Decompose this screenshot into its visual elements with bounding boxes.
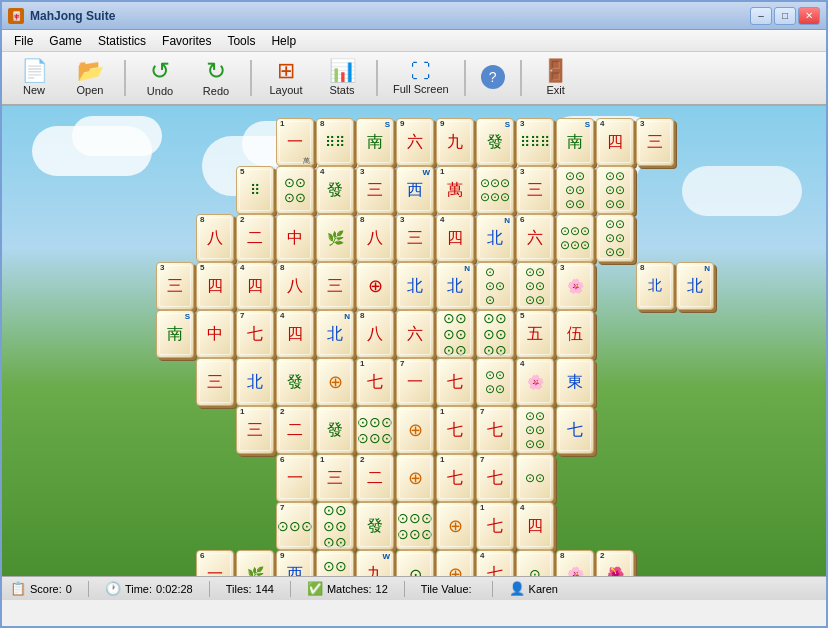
tile[interactable]: ⊙ (396, 550, 434, 576)
menu-file[interactable]: File (6, 32, 41, 50)
tile[interactable]: 5五 (516, 310, 554, 358)
undo-button[interactable]: ↺ Undo (134, 56, 186, 100)
tile[interactable]: 東 (556, 358, 594, 406)
tile[interactable]: 6一 (276, 454, 314, 502)
tile[interactable]: S南 (556, 118, 594, 166)
minimize-button[interactable]: – (750, 7, 772, 25)
tile[interactable]: 三 (316, 262, 354, 310)
tile[interactable]: 2二 (276, 406, 314, 454)
tile[interactable]: ⊙⊙⊙⊙⊙⊙ (596, 166, 634, 214)
tile[interactable]: 8八 (356, 214, 394, 262)
tile[interactable]: 8🌸 (556, 550, 594, 576)
tile[interactable]: 1一萬 (276, 118, 314, 166)
tile[interactable]: 8北 (636, 262, 674, 310)
menu-tools[interactable]: Tools (219, 32, 263, 50)
tile[interactable]: ⊙⊙⊙⊙ (476, 262, 514, 310)
tile[interactable]: ⊕ (396, 406, 434, 454)
tile[interactable]: 1七 (476, 502, 514, 550)
tile[interactable]: 🌿 (236, 550, 274, 576)
tile[interactable]: 1三 (236, 406, 274, 454)
tile[interactable]: ⊕ (316, 358, 354, 406)
tile[interactable]: 北 (396, 262, 434, 310)
maximize-button[interactable]: □ (774, 7, 796, 25)
help-button[interactable]: ? (474, 56, 512, 100)
tile[interactable]: 4四 (236, 262, 274, 310)
tile[interactable]: 3⠿⠿⠿ (516, 118, 554, 166)
new-button[interactable]: 📄 New (8, 56, 60, 100)
tile[interactable]: ⊙⊙⊙⊙⊙⊙ (596, 214, 634, 262)
tile[interactable]: N北 (476, 214, 514, 262)
tile[interactable]: ⊕ (436, 502, 474, 550)
tile[interactable]: 1萬 (436, 166, 474, 214)
tile[interactable]: ⊙⊙⊙⊙⊙⊙ (516, 406, 554, 454)
tile[interactable]: 6六 (516, 214, 554, 262)
tile[interactable]: 3三 (636, 118, 674, 166)
tile[interactable]: 7七 (236, 310, 274, 358)
tile[interactable]: 3🌸 (556, 262, 594, 310)
tile[interactable]: 1三 (316, 454, 354, 502)
tile[interactable]: 4發 (316, 166, 354, 214)
tile[interactable]: 1七 (436, 406, 474, 454)
tile[interactable]: ⊙⊙⊙⊙⊙⊙ (396, 502, 434, 550)
tile[interactable]: 1七 (356, 358, 394, 406)
tile[interactable]: 六 (396, 310, 434, 358)
tile[interactable]: 3三 (516, 166, 554, 214)
tile[interactable]: 9九 (436, 118, 474, 166)
tile[interactable]: 6一 (196, 550, 234, 576)
tile[interactable]: 8八 (276, 262, 314, 310)
tile[interactable]: N北 (316, 310, 354, 358)
tile[interactable]: ⊙⊙⊙⊙ (476, 358, 514, 406)
menu-game[interactable]: Game (41, 32, 90, 50)
tile[interactable]: 1七 (436, 454, 474, 502)
stats-button[interactable]: 📊 Stats (316, 56, 368, 100)
tile[interactable]: ⊙⊙⊙⊙⊙⊙ (316, 502, 354, 550)
tile[interactable]: ⊙⊙⊙⊙ (316, 550, 354, 576)
tile[interactable]: N北 (676, 262, 714, 310)
tile[interactable]: S南 (356, 118, 394, 166)
tile[interactable]: 七 (556, 406, 594, 454)
tile[interactable]: W九 (356, 550, 394, 576)
tile[interactable]: 8八 (196, 214, 234, 262)
tile[interactable]: 5四 (196, 262, 234, 310)
menu-help[interactable]: Help (263, 32, 304, 50)
tile[interactable]: 三 (196, 358, 234, 406)
tile[interactable]: ⊙⊙⊙⊙⊙⊙ (556, 166, 594, 214)
tile[interactable]: ⊙⊙⊙⊙⊙⊙ (436, 310, 474, 358)
tile[interactable]: 8⠿⠿ (316, 118, 354, 166)
tile[interactable]: 5⠿ (236, 166, 274, 214)
tile[interactable]: 4四 (516, 502, 554, 550)
tile[interactable]: 發 (316, 406, 354, 454)
tile[interactable]: 2二 (356, 454, 394, 502)
tile[interactable]: 8八 (356, 310, 394, 358)
tile[interactable]: 4四 (436, 214, 474, 262)
tile[interactable]: ⊕ (396, 454, 434, 502)
tile[interactable]: 3三 (396, 214, 434, 262)
tile[interactable]: 中 (196, 310, 234, 358)
fullscreen-button[interactable]: ⛶ Full Screen (386, 56, 456, 100)
tile[interactable]: 9西 (276, 550, 314, 576)
tile[interactable]: 7七 (476, 406, 514, 454)
tile[interactable]: ⊙⊙⊙⊙ (276, 166, 314, 214)
tile[interactable]: ⊙⊙⊙⊙⊙⊙ (556, 214, 594, 262)
tile[interactable]: ⊙⊙⊙⊙⊙⊙ (356, 406, 394, 454)
tile[interactable]: ⊙⊙ (516, 454, 554, 502)
layout-button[interactable]: ⊞ Layout (260, 56, 312, 100)
tile[interactable]: 7七 (476, 454, 514, 502)
tile[interactable]: 2🌺 (596, 550, 634, 576)
tile[interactable]: 發 (356, 502, 394, 550)
tile[interactable]: 7⊙⊙⊙ (276, 502, 314, 550)
tile[interactable]: 4七 (476, 550, 514, 576)
menu-statistics[interactable]: Statistics (90, 32, 154, 50)
tile[interactable]: S發 (476, 118, 514, 166)
tile[interactable]: 7一 (396, 358, 434, 406)
tile[interactable]: 4四 (596, 118, 634, 166)
tile[interactable]: S南 (156, 310, 194, 358)
menu-favorites[interactable]: Favorites (154, 32, 219, 50)
tile[interactable]: 🌿 (316, 214, 354, 262)
tile[interactable]: 3三 (156, 262, 194, 310)
tile[interactable]: 北 (236, 358, 274, 406)
tile[interactable]: ⊙⊙⊙⊙⊙⊙ (516, 262, 554, 310)
open-button[interactable]: 📂 Open (64, 56, 116, 100)
tile[interactable]: 3三 (356, 166, 394, 214)
close-button[interactable]: ✕ (798, 7, 820, 25)
